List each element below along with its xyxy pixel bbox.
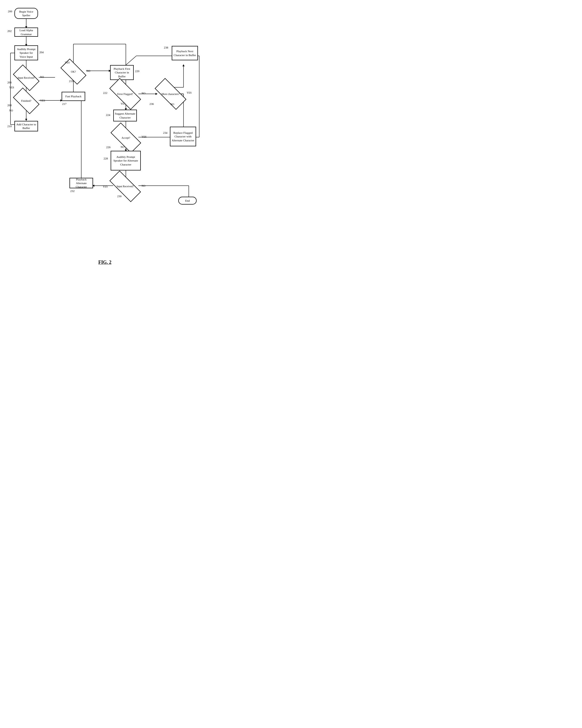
- caption-text: FIG. 2: [98, 260, 111, 265]
- label-230-yes: YES: [103, 185, 108, 188]
- label-236-no: NO: [170, 103, 174, 106]
- node-208-label: Finished?: [21, 99, 31, 103]
- node-232-label: Playback Alternate Character: [71, 178, 91, 189]
- svg-marker-46: [182, 64, 185, 66]
- ref-204: 204: [39, 51, 44, 54]
- node-219-label: OK?: [71, 70, 76, 73]
- ref-228: 228: [104, 157, 108, 160]
- node-210: Add Character to Buffer: [15, 121, 38, 131]
- node-230: Input Received?: [110, 179, 140, 193]
- node-end-label: End: [185, 199, 190, 203]
- label-236-yes: YES: [187, 91, 192, 94]
- ref-210: 210: [7, 125, 12, 128]
- node-228: Audibly Prompt Speaker for Alternate Cha…: [111, 151, 141, 171]
- ref-202: 202: [7, 29, 12, 32]
- figure-caption: FIG. 2: [0, 257, 210, 270]
- ref-200: 200: [8, 10, 12, 13]
- ref-217: 217: [62, 102, 67, 105]
- ref-236: 236: [150, 102, 154, 105]
- label-222-yes: YES: [121, 102, 126, 105]
- label-208-yes: YES: [40, 99, 45, 102]
- node-230-label: Input Received?: [117, 185, 134, 188]
- ref-234: 234: [163, 131, 167, 134]
- label-219-yes: YES: [65, 61, 70, 64]
- node-202: Load Alpha Grammar: [15, 28, 38, 37]
- node-236-label: More characters?: [161, 92, 180, 96]
- ref-230: 230: [117, 194, 122, 198]
- node-202-label: Load Alpha Grammar: [16, 28, 36, 36]
- label-206-yes: YES: [9, 86, 14, 89]
- node-200: Begin Voice Speller: [15, 8, 38, 19]
- node-208: Finished?: [15, 94, 38, 108]
- node-224-label: Suggest Alternate Character: [115, 112, 135, 119]
- flowchart-diagram: Begin Voice Speller 200 Load Alpha Gramm…: [0, 0, 210, 257]
- node-238: Playback Next Character in Buffer: [172, 46, 198, 60]
- node-232: Playback Alternate Character: [70, 178, 93, 188]
- node-226-label: Accept?: [122, 136, 130, 139]
- node-204-label: Audibly Prompt Speaker for Voice Input: [16, 47, 36, 58]
- ref-224: 224: [106, 113, 110, 116]
- ref-219: 219: [69, 79, 73, 83]
- node-217-label: Fast Playback: [65, 95, 81, 98]
- node-200-label: Begin Voice Speller: [16, 10, 36, 17]
- ref-220: 220: [135, 70, 139, 73]
- label-219-no: NO: [86, 70, 90, 72]
- node-219: OK?: [61, 65, 85, 78]
- label-206-no: NO: [40, 76, 44, 78]
- node-224: Suggest Alternate Character: [113, 110, 137, 122]
- svg-line-48: [126, 56, 136, 65]
- label-226-yes: YES: [141, 135, 147, 138]
- node-210-label: Add Character to Buffer: [16, 123, 36, 130]
- label-226-no: NO: [121, 146, 124, 149]
- node-234-label: Replace Flagged Character with Alternate…: [171, 131, 194, 142]
- ref-226: 226: [106, 146, 111, 149]
- node-206-label: Input Received?: [18, 76, 35, 79]
- ref-222: 222: [103, 91, 107, 95]
- ref-232: 232: [70, 189, 75, 192]
- node-end: End: [178, 197, 196, 205]
- ref-206: 206: [7, 81, 12, 84]
- node-234: Replace Flagged Character with Alternate…: [170, 127, 196, 146]
- node-228-label: Audibly Prompt Speaker for Alternate Cha…: [112, 155, 139, 166]
- node-217: Fast Playback: [61, 92, 85, 101]
- node-220: Playback First Character in Buffer: [110, 65, 134, 80]
- node-238-label: Playback Next Character in Buffer: [173, 49, 196, 57]
- label-230-no: NO: [141, 184, 145, 187]
- node-236: More characters?: [156, 86, 186, 101]
- node-206: Input Received?: [15, 71, 38, 85]
- node-204: Audibly Prompt Speaker for Voice Input: [15, 45, 38, 60]
- ref-238: 238: [164, 46, 168, 49]
- node-222: Error Flagged?: [110, 86, 140, 101]
- ref-208: 208: [7, 104, 12, 107]
- node-222-label: Error Flagged?: [117, 92, 133, 96]
- node-220-label: Playback First Character in Buffer: [112, 67, 132, 78]
- label-222-no: NO: [141, 92, 145, 95]
- svg-marker-12: [25, 119, 27, 121]
- label-208-no: NO: [9, 109, 13, 112]
- node-226: Accept?: [111, 131, 140, 145]
